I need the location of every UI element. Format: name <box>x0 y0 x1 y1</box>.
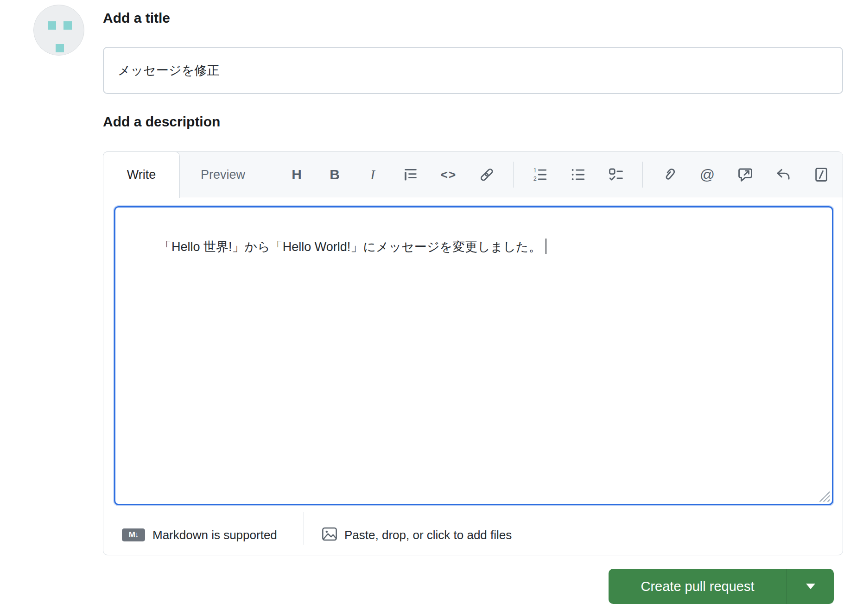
chevron-down-icon <box>806 584 815 589</box>
tab-write[interactable]: Write <box>103 151 180 198</box>
add-description-heading: Add a description <box>103 114 220 130</box>
attach-files-label: Paste, drop, or click to add files <box>344 528 512 542</box>
mention-icon[interactable]: @ <box>699 166 716 183</box>
attach-files-button[interactable]: Paste, drop, or click to add files <box>321 526 512 544</box>
resize-handle[interactable] <box>819 490 830 502</box>
markdown-icon: M↓ <box>122 528 145 541</box>
numbered-list-icon[interactable]: 1 2 <box>532 166 548 183</box>
italic-icon[interactable]: I <box>364 166 381 183</box>
add-title-heading: Add a title <box>103 10 170 26</box>
description-textarea[interactable]: 「Hello 世界!」から「Hello World!」にメッセージを変更しました… <box>114 206 833 505</box>
markdown-supported-link[interactable]: M↓ Markdown is supported <box>122 528 277 542</box>
pr-create-form: Add a title Add a description Write Prev… <box>0 0 863 616</box>
heading-icon[interactable]: H <box>288 166 305 183</box>
text-cursor <box>546 239 546 254</box>
markdown-supported-label: Markdown is supported <box>152 528 277 542</box>
avatar-identicon-pixel <box>63 21 72 30</box>
bold-icon[interactable]: B <box>326 166 343 183</box>
create-pull-request-button[interactable]: Create pull request <box>609 569 787 604</box>
code-icon[interactable]: <> <box>440 166 457 183</box>
slash-commands-icon[interactable] <box>813 166 830 183</box>
description-editor: Write Preview H B I <> <box>103 151 843 555</box>
svg-text:1: 1 <box>533 167 537 174</box>
bullet-list-icon[interactable] <box>570 166 586 183</box>
markdown-toolbar: H B I <> <box>278 152 838 197</box>
footer-divider <box>304 512 304 545</box>
description-text: 「Hello 世界!」から「Hello World!」にメッセージを変更しました… <box>159 240 541 254</box>
image-icon <box>321 526 338 544</box>
quote-icon[interactable] <box>402 166 419 183</box>
title-input[interactable] <box>103 47 843 94</box>
link-icon[interactable] <box>478 166 495 183</box>
avatar-identicon-pixel <box>48 21 56 30</box>
avatar-identicon-pixel <box>56 44 64 52</box>
toolbar-divider <box>513 162 514 188</box>
attach-file-icon[interactable] <box>661 166 678 183</box>
create-pr-dropdown-button[interactable] <box>787 569 834 604</box>
cross-reference-icon[interactable] <box>737 166 754 183</box>
tab-preview[interactable]: Preview <box>201 152 245 197</box>
task-list-icon[interactable] <box>608 166 624 183</box>
reply-icon[interactable] <box>775 166 792 183</box>
toolbar-divider <box>642 162 643 188</box>
editor-footer: M↓ Markdown is supported Paste, drop, or… <box>103 515 843 555</box>
editor-tabbar: Write Preview H B I <> <box>103 152 843 197</box>
avatar <box>33 5 84 56</box>
create-pr-split-button: Create pull request <box>609 569 834 604</box>
svg-text:2: 2 <box>533 175 537 182</box>
